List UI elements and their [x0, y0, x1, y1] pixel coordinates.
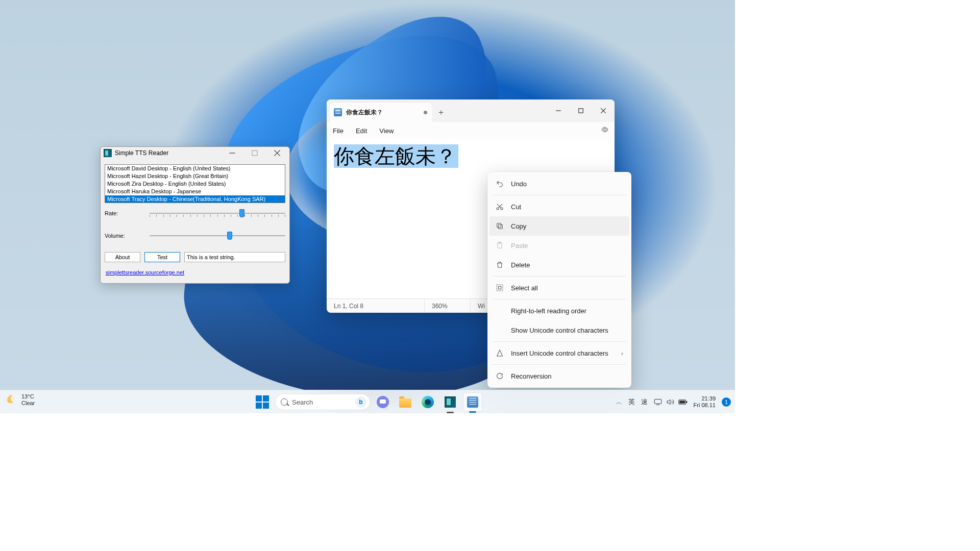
- context-label: Reconversion: [511, 372, 552, 380]
- svg-rect-10: [498, 224, 502, 229]
- maximize-button[interactable]: [570, 99, 592, 122]
- taskbar-edge[interactable]: [418, 392, 437, 412]
- weather-cond: Clear: [21, 400, 35, 407]
- clock-date: Fri 08.11: [694, 402, 716, 409]
- notepad-icon: [334, 108, 342, 116]
- tray-overflow[interactable]: ︿: [616, 398, 622, 407]
- menu-separator: [493, 299, 626, 299]
- clock-time: 21:39: [694, 395, 716, 402]
- close-button[interactable]: [592, 99, 615, 122]
- search-placeholder: Search: [292, 398, 313, 406]
- context-label: Select all: [511, 284, 538, 292]
- taskbar-notepad[interactable]: [463, 392, 482, 412]
- rate-label: Rate:: [105, 210, 150, 216]
- chat-icon: [377, 396, 389, 408]
- taskbar-chat[interactable]: [373, 392, 393, 412]
- menu-file[interactable]: File: [333, 127, 344, 135]
- context-paste: Paste: [489, 236, 629, 255]
- tts-app-icon: [445, 396, 456, 408]
- cut-icon: [496, 203, 504, 211]
- notepad-icon: [467, 396, 478, 408]
- menu-separator: [493, 276, 626, 277]
- tts-app-icon: [104, 149, 112, 157]
- search-box[interactable]: Search b: [275, 394, 370, 410]
- voice-item[interactable]: Microsoft Zira Desktop - English (United…: [105, 180, 285, 188]
- rate-slider[interactable]: [150, 208, 285, 218]
- context-label: Copy: [511, 222, 526, 230]
- context-label: Insert Unicode control characters: [511, 349, 608, 357]
- menu-separator: [493, 364, 626, 365]
- folder-icon: [399, 398, 411, 408]
- ime-mode[interactable]: 速: [641, 397, 648, 407]
- voice-item[interactable]: Microsoft David Desktop - English (Unite…: [105, 165, 285, 172]
- taskbar-clock[interactable]: 21:39 Fri 08.11: [694, 395, 716, 409]
- voice-item[interactable]: Microsoft Haruka Desktop - Japanese: [105, 188, 285, 195]
- svg-rect-11: [497, 223, 501, 228]
- svg-rect-5: [579, 109, 583, 113]
- selected-text[interactable]: 你食左飯未？: [334, 144, 458, 168]
- volume-icon: [666, 398, 674, 406]
- context-label: Right-to-left reading order: [511, 307, 586, 315]
- menu-separator: [493, 195, 626, 195]
- display-icon: [654, 398, 662, 406]
- ime-language[interactable]: 英: [628, 397, 635, 407]
- undo-icon: [496, 180, 504, 188]
- delete-icon: [496, 261, 504, 269]
- test-button[interactable]: Test: [144, 252, 180, 262]
- new-tab-button[interactable]: ＋: [432, 103, 450, 122]
- close-button[interactable]: [266, 147, 288, 159]
- context-reconversion[interactable]: Reconversion: [489, 366, 629, 386]
- svg-rect-19: [679, 400, 685, 404]
- context-delete[interactable]: Delete: [489, 255, 629, 274]
- modified-indicator-icon: [424, 111, 427, 114]
- taskbar-explorer[interactable]: [396, 392, 415, 412]
- windows-icon: [256, 395, 269, 409]
- context-select-all[interactable]: Select all: [489, 278, 629, 297]
- context-insert-unicode[interactable]: Insert Unicode control characters ›: [489, 343, 629, 363]
- context-show-unicode[interactable]: Show Unicode control characters: [489, 320, 629, 340]
- start-button[interactable]: [253, 392, 272, 412]
- volume-slider[interactable]: [150, 231, 285, 241]
- search-icon: [281, 398, 288, 406]
- test-input[interactable]: [184, 252, 285, 262]
- tts-titlebar[interactable]: Simple TTS Reader: [101, 147, 289, 159]
- svg-rect-1: [252, 151, 257, 156]
- taskbar-tts[interactable]: [440, 392, 460, 412]
- context-cut[interactable]: Cut: [489, 197, 629, 216]
- settings-button[interactable]: [601, 126, 608, 135]
- minimize-button[interactable]: [221, 147, 243, 159]
- chevron-right-icon: ›: [621, 349, 623, 357]
- voice-item-selected[interactable]: Microsoft Tracy Desktop - Chinese(Tradit…: [105, 195, 285, 203]
- status-zoom[interactable]: 360%: [425, 299, 471, 313]
- minimize-button[interactable]: [547, 99, 570, 122]
- context-label: Cut: [511, 203, 521, 211]
- rate-slider-thumb[interactable]: [239, 209, 244, 217]
- svg-rect-15: [498, 286, 501, 289]
- svg-rect-14: [497, 285, 503, 291]
- about-button[interactable]: About: [105, 252, 140, 262]
- unicode-icon: [496, 349, 504, 357]
- menu-separator: [493, 341, 626, 342]
- notification-badge[interactable]: 1: [722, 397, 731, 407]
- menu-edit[interactable]: Edit: [356, 127, 367, 135]
- taskbar-weather[interactable]: 13°C Clear: [7, 393, 35, 407]
- voice-item[interactable]: Microsoft Hazel Desktop - English (Great…: [105, 172, 285, 180]
- select-all-icon: [496, 284, 504, 292]
- desktop-background: Simple TTS Reader Microsoft David Deskto…: [0, 0, 735, 413]
- system-tray[interactable]: [654, 398, 688, 406]
- menu-view[interactable]: View: [379, 127, 394, 135]
- tts-window: Simple TTS Reader Microsoft David Deskto…: [100, 146, 290, 284]
- volume-slider-thumb[interactable]: [227, 232, 232, 240]
- context-rtl[interactable]: Right-to-left reading order: [489, 301, 629, 320]
- edge-icon: [422, 396, 434, 408]
- homepage-link[interactable]: simplettsreader.sourceforge.net: [106, 269, 184, 276]
- notepad-tab[interactable]: 你食左飯未？: [330, 103, 432, 122]
- voice-list[interactable]: Microsoft David Desktop - English (Unite…: [105, 164, 285, 203]
- maximize-button[interactable]: [243, 147, 266, 159]
- svg-rect-20: [686, 401, 687, 403]
- bing-icon[interactable]: b: [355, 396, 366, 408]
- battery-icon: [678, 399, 688, 405]
- context-copy[interactable]: Copy: [489, 216, 629, 236]
- context-undo[interactable]: Undo: [489, 174, 629, 193]
- context-menu: Undo Cut Copy Paste Delete Select all Ri…: [487, 172, 631, 388]
